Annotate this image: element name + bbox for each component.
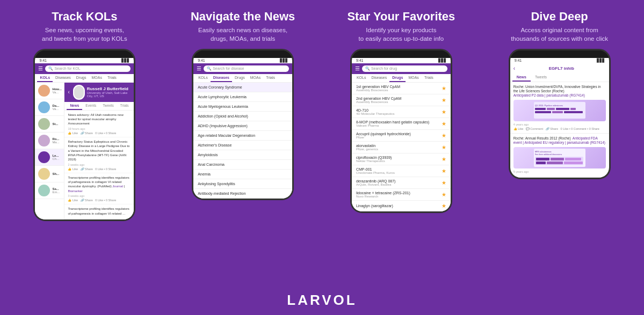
tab-tweets-4[interactable]: Tweets — [531, 74, 551, 82]
hamburger-icon[interactable]: ☰ — [38, 65, 43, 71]
drug-item-11[interactable]: Linaglyn (saroglitazar) ★ — [352, 201, 451, 211]
nav-trials[interactable]: Trials — [105, 74, 119, 82]
news-item-3: Transcriptome profiling identifies regul… — [64, 173, 134, 205]
disease-item-2[interactable]: Acute Lymphocytic Leukemia — [193, 92, 292, 102]
kol-detail-header: ‹ Russell J Butterfield University of Ut… — [64, 83, 134, 102]
phone-1-notch — [35, 50, 134, 58]
star-3[interactable]: ★ — [442, 109, 446, 115]
drug-item-3[interactable]: 4D-710 4D Molecular Therapeutics ★ — [352, 106, 451, 118]
nav3-kols[interactable]: KOLs — [354, 74, 369, 82]
tab-news[interactable]: News — [67, 102, 82, 110]
phone-2-search[interactable]: 🔍 Search for disease — [204, 65, 289, 72]
disease-item-4[interactable]: Addiction (Opioid and Alcohol) — [193, 112, 292, 121]
back-button[interactable]: ‹ — [513, 65, 515, 71]
star-4[interactable]: ★ — [442, 121, 446, 127]
pipeline-chart: Q1 2015: Pipeline milestones — [533, 101, 587, 120]
svg-rect-17 — [547, 162, 563, 164]
drug-item-5[interactable]: Accupril (quinapril hydrochloride) Pfize… — [352, 130, 451, 142]
disease-item-11[interactable]: Ankylosing Spondylitis — [193, 179, 292, 189]
kol-item-5[interactable]: Le... Ch... — [35, 149, 64, 166]
disease-item-10[interactable]: Anemia — [193, 170, 292, 179]
tab-tweets[interactable]: Tweets — [99, 102, 117, 110]
article-2-image: MRS subcutaneous See three additional di… — [513, 147, 606, 169]
avatar-6 — [38, 168, 50, 180]
footer-logo: LARVOL — [0, 288, 644, 315]
phone-1-notch-bump — [71, 52, 98, 57]
search-icon: 🔍 — [48, 67, 53, 71]
nav-kols[interactable]: KOLs — [37, 74, 53, 82]
svg-rect-4 — [556, 108, 569, 110]
phone-2-notch — [193, 50, 292, 58]
news-item-1: News advisory: All Utah newborns now tes… — [64, 111, 134, 137]
nav2-drugs[interactable]: Drugs — [232, 74, 248, 82]
disease-item-6[interactable]: Age-related Macular Degeneration — [193, 131, 292, 141]
drug-item-1[interactable]: 1st generation HBV CpAM Assembly Bioscie… — [352, 83, 451, 94]
phone-4: 9:41 ▊▊▊ ‹ EGFL7 inhib News Tweets Roche… — [509, 49, 611, 179]
section-4-title: Dive Deep — [531, 10, 588, 24]
disease-item-7[interactable]: Alzheimer's Disease — [193, 141, 292, 150]
disease-item-8[interactable]: Amyloidosis — [193, 150, 292, 160]
star-9[interactable]: ★ — [442, 180, 446, 186]
phone-1-search[interactable]: 🔍 Search for KOL — [45, 65, 131, 72]
disease-item-1[interactable]: Acute Coronary Syndrome — [193, 83, 292, 92]
kol-item-1[interactable]: How... Va... — [35, 83, 64, 99]
hamburger-icon-3[interactable]: ☰ — [355, 65, 360, 71]
disease-item-12[interactable]: Antibody-mediated Rejection — [193, 189, 292, 199]
nav3-drugs[interactable]: Drugs — [389, 74, 406, 82]
section-track-kols: Track KOLs See news, upcoming events,and… — [5, 10, 164, 288]
news-item-4: Transcriptome profiling identifies regul… — [64, 204, 134, 219]
hamburger-icon-2[interactable]: ☰ — [197, 65, 201, 71]
news-tabs: News Events Tweets Trials — [64, 102, 134, 111]
kol-item-7[interactable]: Sa... Em... — [35, 182, 64, 199]
kol-item-2[interactable]: Da... Va... — [35, 99, 64, 116]
nav2-diseases[interactable]: Diseases — [211, 74, 232, 82]
drug-item-9[interactable]: derazantinib (ARQ 087) ArQule, Roivant, … — [352, 177, 451, 189]
phone-2: 9:41 ▊▊▊ ☰ 🔍 Search for disease KOLs Dis… — [192, 49, 294, 200]
nav-drugs[interactable]: Drugs — [74, 74, 89, 82]
drug-item-4[interactable]: 8-MOP (methoxsalen hard gelatin capsules… — [352, 118, 451, 130]
star-11[interactable]: ★ — [442, 203, 446, 209]
nav2-kols[interactable]: KOLs — [196, 74, 211, 82]
kol-item-6[interactable]: Sh... — [35, 166, 64, 182]
nav3-diseases[interactable]: Diseases — [368, 74, 389, 82]
phone-2-status: 9:41 ▊▊▊ — [193, 58, 292, 63]
drug-item-6[interactable]: atorvastatin Pfizer, generics ★ — [352, 142, 451, 153]
back-icon[interactable]: ‹ — [68, 89, 69, 95]
svg-rect-6 — [535, 111, 551, 113]
star-5[interactable]: ★ — [442, 133, 446, 138]
nav-diseases[interactable]: Diseases — [53, 74, 74, 82]
disease-item-9[interactable]: Anal Carcinoma — [193, 160, 292, 170]
star-7[interactable]: ★ — [442, 156, 446, 162]
phone-3-search[interactable]: 🔍 Search for drug — [362, 65, 447, 72]
svg-text:MRS subcutaneous: MRS subcutaneous — [535, 151, 552, 153]
star-2[interactable]: ★ — [442, 97, 446, 103]
kol-item-3[interactable]: St... — [35, 116, 64, 133]
search-icon-2: 🔍 — [207, 67, 212, 71]
kol-item-4[interactable]: Ro... Ma... — [35, 133, 64, 149]
nav3-trials[interactable]: Trials — [422, 74, 436, 82]
tab-events[interactable]: Events — [82, 102, 99, 110]
drug-item-2[interactable]: 2nd generation HBV CpAM Assembly Bioscie… — [352, 94, 451, 106]
tab-trials[interactable]: Trials — [117, 102, 132, 110]
disease-list: Acute Coronary Syndrome Acute Lymphocyti… — [193, 83, 292, 199]
tab-news-4[interactable]: News — [512, 74, 531, 82]
star-1[interactable]: ★ — [442, 85, 446, 91]
svg-rect-5 — [570, 108, 576, 110]
phone-3-screen: ☰ 🔍 Search for drug KOLs Diseases Drugs … — [352, 63, 451, 211]
drug-item-7[interactable]: ciprofloxacin (Q3939) Nektar Therapeutic… — [352, 153, 451, 165]
nav2-trials[interactable]: Trials — [263, 74, 278, 82]
disease-item-3[interactable]: Acute Myelogenous Leukemia — [193, 102, 292, 112]
phone-3-nav: KOLs Diseases Drugs MOAs Trials — [352, 74, 451, 83]
nav3-moas[interactable]: MOAs — [406, 74, 421, 82]
star-6[interactable]: ★ — [442, 144, 446, 150]
avatar-3 — [38, 118, 50, 130]
nav2-moas[interactable]: MOAs — [248, 74, 263, 82]
star-10[interactable]: ★ — [442, 192, 446, 197]
drug-item-8[interactable]: CMP-001 Checkmate Pharma, Kuros ★ — [352, 165, 451, 177]
kol-info-3: St... — [52, 122, 58, 126]
drug-item-10[interactable]: lidocaine + tetracaine (ZRS-201) Nuvo Re… — [352, 189, 451, 201]
nav-moas[interactable]: MOAs — [89, 74, 105, 82]
svg-rect-2 — [535, 108, 546, 110]
disease-item-5[interactable]: ADHD (Impulsive Aggression) — [193, 121, 292, 131]
star-8[interactable]: ★ — [442, 168, 446, 174]
